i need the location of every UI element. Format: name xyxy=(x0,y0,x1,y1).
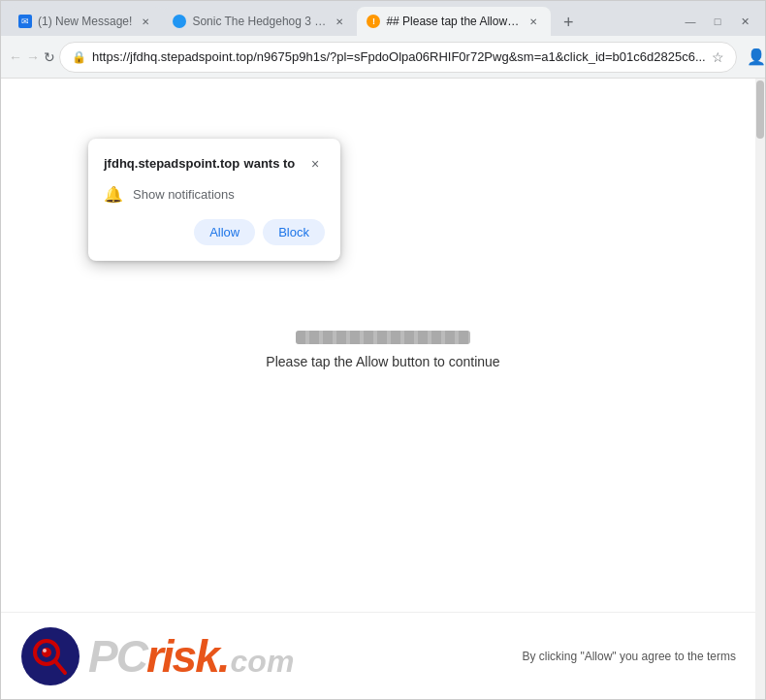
scrollbar[interactable] xyxy=(755,79,765,699)
tab-1-close[interactable]: ✕ xyxy=(138,14,153,29)
new-tab-button[interactable]: + xyxy=(555,9,582,36)
window-controls: — □ ✕ xyxy=(678,11,757,36)
toolbar: ← → ↻ 🔒 https://jfdhq.stepadspoint.top/n… xyxy=(1,36,765,79)
pcrisk-risk-text: risk xyxy=(146,631,218,682)
tab-2-close[interactable]: ✕ xyxy=(332,14,347,29)
forward-icon: → xyxy=(26,49,40,65)
popup-actions: Allow Block xyxy=(104,219,325,245)
tab-1-title: (1) New Message! xyxy=(38,15,132,28)
scrollbar-thumb xyxy=(756,80,764,139)
tab-1[interactable]: ✉ (1) New Message! ✕ xyxy=(9,7,163,36)
popup-close-button[interactable]: × xyxy=(305,154,325,174)
maximize-button[interactable]: □ xyxy=(705,11,730,32)
toolbar-actions: 👤 ⋮ xyxy=(741,42,766,73)
pcrisk-badge-svg xyxy=(20,626,80,686)
tab-3[interactable]: ! ## Please tap the Allow button ✕ xyxy=(357,7,551,36)
pcrisk-pc-text: PC xyxy=(88,631,146,682)
popup-site-name: jfdhq.stepadspoint.top xyxy=(104,156,239,171)
svg-point-4 xyxy=(43,649,47,652)
back-button[interactable]: ← xyxy=(9,42,22,73)
star-icon[interactable]: ☆ xyxy=(712,49,724,65)
profile-icon: 👤 xyxy=(747,48,766,66)
lock-icon: 🔒 xyxy=(72,50,86,64)
tab-3-close[interactable]: ✕ xyxy=(526,14,541,29)
back-icon: ← xyxy=(9,49,22,65)
popup-wants-to: wants to xyxy=(244,156,296,171)
pcrisk-com-text: com xyxy=(231,644,295,679)
pcrisk-dot-text: . xyxy=(218,631,231,682)
svg-point-3 xyxy=(42,648,51,657)
pcrisk-footer: PCrisk.com By clicking "Allow" you agree… xyxy=(1,612,755,699)
popup-permission-text: Show notifications xyxy=(133,187,235,202)
tab-3-title: ## Please tap the Allow button xyxy=(386,15,520,28)
tab-1-favicon: ✉ xyxy=(18,15,32,28)
browser-window: ✉ (1) New Message! ✕ Sonic The Hedgehog … xyxy=(0,0,766,700)
bell-icon: 🔔 xyxy=(104,185,123,204)
page-content: jfdhq.stepadspoint.top wants to × 🔔 Show… xyxy=(1,79,765,699)
tab-3-favicon: ! xyxy=(367,15,380,28)
close-button[interactable]: ✕ xyxy=(732,11,757,32)
address-text: https://jfdhq.stepadspoint.top/n9675p9h1… xyxy=(92,49,706,64)
reload-icon: ↻ xyxy=(44,49,55,65)
pcrisk-logo: PCrisk.com xyxy=(20,626,294,686)
forward-button[interactable]: → xyxy=(26,42,40,73)
minimize-button[interactable]: — xyxy=(678,11,703,32)
tab-2-favicon xyxy=(173,15,186,28)
progress-bar xyxy=(296,331,470,344)
profile-button[interactable]: 👤 xyxy=(741,42,766,73)
popup-header: jfdhq.stepadspoint.top wants to × xyxy=(104,154,325,174)
tab-2-title: Sonic The Hedgehog 3 (2024)... xyxy=(192,15,326,28)
page-instruction: Please tap the Allow button to continue xyxy=(266,354,499,369)
reload-button[interactable]: ↻ xyxy=(44,42,55,73)
block-button[interactable]: Block xyxy=(263,219,325,245)
allow-button[interactable]: Allow xyxy=(194,219,255,245)
tab-2[interactable]: Sonic The Hedgehog 3 (2024)... ✕ xyxy=(163,7,357,36)
address-bar[interactable]: 🔒 https://jfdhq.stepadspoint.top/n9675p9… xyxy=(59,42,737,73)
popup-permission-row: 🔔 Show notifications xyxy=(104,185,325,204)
permission-popup: jfdhq.stepadspoint.top wants to × 🔔 Show… xyxy=(88,139,340,261)
pcrisk-text-logo: PCrisk.com xyxy=(88,630,294,683)
tab-bar: ✉ (1) New Message! ✕ Sonic The Hedgehog … xyxy=(1,1,765,36)
footer-terms: By clicking "Allow" you agree to the ter… xyxy=(522,650,736,663)
popup-site-info: jfdhq.stepadspoint.top wants to xyxy=(104,154,295,172)
